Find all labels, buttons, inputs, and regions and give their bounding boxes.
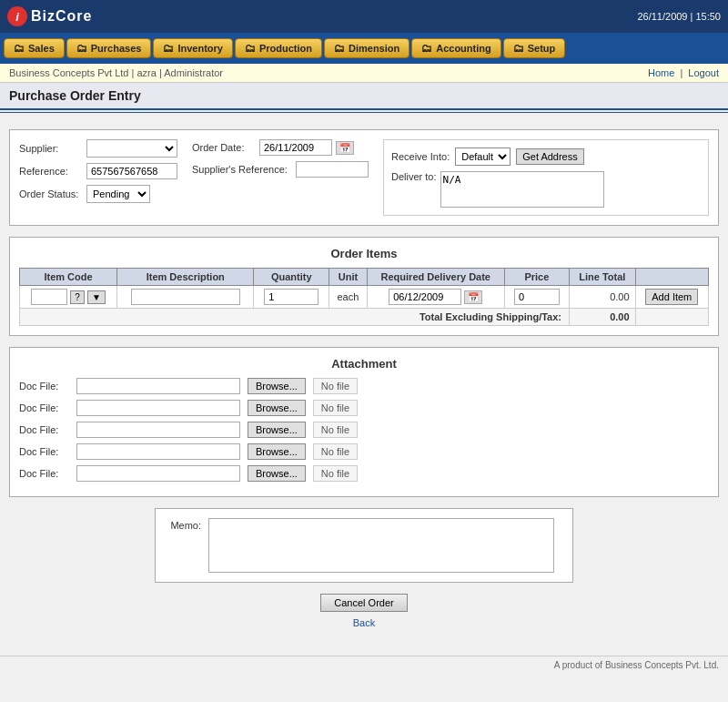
nav-inventory-label: Inventory [177, 43, 223, 54]
browse-button-1[interactable]: Browse... [248, 378, 306, 394]
breadcrumb: Business Concepts Pvt Ltd | azra | Admin… [0, 64, 728, 83]
reference-label: Reference: [19, 166, 83, 177]
price-cell [504, 286, 569, 309]
supplier-label: Supplier: [19, 143, 83, 154]
receive-into-label: Receive Into: [391, 151, 450, 162]
order-items-title: Order Items [19, 247, 709, 260]
browse-button-5[interactable]: Browse... [248, 465, 306, 482]
back-link[interactable]: Back [9, 617, 719, 628]
supplier-row: Supplier: [19, 139, 183, 158]
attach-label-3: Doc File: [19, 424, 69, 435]
col-line-total: Line Total [570, 269, 636, 286]
nav-sales[interactable]: 🗂 Sales [4, 38, 65, 58]
nav-setup[interactable]: 🗂 Setup [503, 38, 566, 58]
order-status-select[interactable]: Pending [86, 185, 150, 203]
dimension-icon: 🗂 [334, 42, 345, 55]
attach-input-2[interactable] [76, 400, 240, 416]
footer: A product of Business Concepts Pvt. Ltd. [0, 656, 728, 674]
deliver-to-textarea[interactable]: N/A [440, 171, 604, 208]
sales-icon: 🗂 [14, 42, 25, 55]
item-help-button[interactable]: ? [70, 290, 85, 304]
datetime-display: 26/11/2009 | 15:50 [637, 11, 721, 22]
delivery-date-input[interactable] [389, 289, 461, 305]
action-buttons: Cancel Order Back [9, 594, 719, 628]
supplier-select[interactable] [86, 139, 177, 158]
delivery-date-calendar-icon[interactable]: 📅 [464, 290, 482, 304]
setup-icon: 🗂 [513, 42, 524, 55]
accounting-icon: 🗂 [421, 42, 432, 55]
get-address-button[interactable]: Get Address [516, 148, 584, 165]
nav-purchases-label: Purchases [91, 43, 142, 54]
cancel-order-button[interactable]: Cancel Order [320, 594, 407, 612]
breadcrumb-nav-links: Home | Logout [648, 67, 719, 78]
footer-text: A product of Business Concepts Pvt. Ltd. [554, 660, 719, 670]
attach-row-1: Doc File: Browse... No file [19, 378, 709, 394]
supplier-ref-label: Supplier's Reference: [192, 164, 292, 175]
nav-inventory[interactable]: 🗂 Inventory [153, 38, 233, 58]
col-delivery-date: Required Delivery Date [367, 269, 504, 286]
attach-input-3[interactable] [76, 422, 240, 438]
order-date-calendar-icon[interactable]: 📅 [336, 141, 354, 155]
nav-accounting-label: Accounting [436, 43, 491, 54]
add-item-button[interactable]: Add Item [645, 289, 698, 305]
center-panel: Order Date: 📅 Supplier's Reference: [192, 139, 374, 216]
company-name: Business Concepts Pvt Ltd [9, 67, 128, 78]
col-price: Price [504, 269, 569, 286]
home-link[interactable]: Home [648, 67, 674, 78]
price-input[interactable] [514, 289, 560, 305]
supplier-ref-input[interactable] [296, 161, 369, 178]
breadcrumb-role: Administrator [164, 67, 223, 78]
page-title: Purchase Order Entry [0, 83, 728, 110]
attach-row-5: Doc File: Browse... No file [19, 465, 709, 482]
receive-header: Receive Into: Default Get Address [391, 148, 701, 166]
col-item-code: Item Code [20, 269, 117, 286]
quantity-cell [254, 286, 329, 309]
item-desc-input[interactable] [131, 289, 240, 305]
order-status-label: Order Status: [19, 188, 83, 199]
attach-input-5[interactable] [76, 465, 240, 482]
col-unit: Unit [329, 269, 368, 286]
memo-textarea[interactable] [208, 518, 554, 573]
nav-purchases[interactable]: 🗂 Purchases [66, 38, 152, 58]
attach-label-1: Doc File: [19, 381, 69, 392]
attach-row-4: Doc File: Browse... No file [19, 443, 709, 460]
nav-dimension[interactable]: 🗂 Dimension [324, 38, 410, 58]
attachment-section: Attachment Doc File: Browse... No file D… [9, 347, 719, 497]
order-items-table: Item Code Item Description Quantity Unit… [19, 268, 709, 326]
no-file-2: No file [313, 400, 358, 416]
right-panel: Receive Into: Default Get Address Delive… [383, 139, 709, 216]
no-file-5: No file [313, 465, 358, 482]
col-action [635, 269, 708, 286]
attach-input-1[interactable] [76, 378, 240, 394]
no-file-1: No file [313, 378, 358, 394]
order-date-input[interactable] [259, 139, 332, 156]
browse-button-2[interactable]: Browse... [248, 400, 306, 416]
attach-label-2: Doc File: [19, 402, 69, 413]
nav-production[interactable]: 🗂 Production [235, 38, 322, 58]
total-value: 0.00 [570, 309, 636, 326]
logout-link[interactable]: Logout [688, 67, 719, 78]
nav-accounting[interactable]: 🗂 Accounting [411, 38, 501, 58]
purchases-icon: 🗂 [76, 42, 87, 55]
quantity-input[interactable] [264, 289, 318, 305]
total-row: Total Excluding Shipping/Tax: 0.00 [20, 309, 709, 326]
item-browse-button[interactable]: ▼ [87, 290, 106, 304]
supplier-ref-row: Supplier's Reference: [192, 161, 374, 178]
add-item-cell: Add Item [635, 286, 708, 309]
attach-input-4[interactable] [76, 443, 240, 460]
browse-button-3[interactable]: Browse... [248, 422, 306, 438]
receive-section: Receive Into: Default Get Address Delive… [383, 139, 709, 216]
unit-cell: each [329, 286, 368, 309]
memo-row: Memo: [165, 518, 563, 573]
logo-icon: i [7, 6, 27, 26]
total-label: Total Excluding Shipping/Tax: [20, 309, 570, 326]
reference-input[interactable] [86, 163, 177, 179]
receive-into-select[interactable]: Default [455, 148, 511, 166]
inventory-icon: 🗂 [163, 42, 174, 55]
memo-section: Memo: [155, 508, 573, 583]
attach-label-5: Doc File: [19, 468, 69, 479]
item-code-input[interactable] [31, 289, 67, 305]
browse-button-4[interactable]: Browse... [248, 443, 306, 460]
item-desc-cell [117, 286, 254, 309]
production-icon: 🗂 [245, 42, 256, 55]
